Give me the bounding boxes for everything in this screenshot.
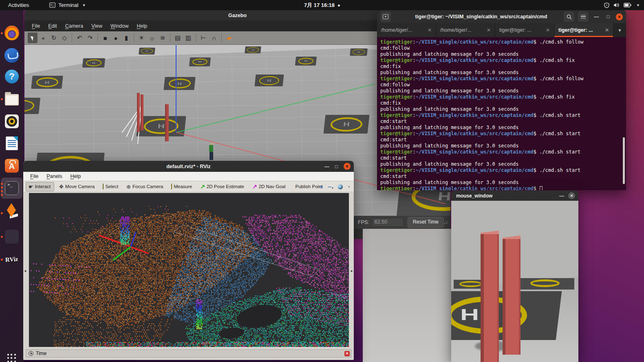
desktop: Gazebo FileEditCameraViewWindowHelp +↻◇↶… — [0, 0, 644, 362]
gazebo-menu-camera[interactable]: Camera — [62, 22, 86, 30]
terminal-prompt-line: tiger@tiger:~/VISIM_single/catkin_ws/src… — [380, 57, 626, 64]
maximize-icon[interactable]: □ — [335, 164, 338, 169]
minimize-icon[interactable]: — — [592, 14, 600, 20]
undo-icon[interactable]: ↶ — [75, 33, 84, 43]
network-icon: ? — [604, 2, 609, 8]
dock-item-firefox[interactable] — [4, 25, 20, 41]
rviz-tool-interact[interactable]: ☛Interact — [26, 182, 54, 191]
rviz-tool-2d-nav-goal[interactable]: ↗2D Nav Goal — [250, 182, 289, 191]
add-tool-plus-icon[interactable]: + — [319, 183, 323, 190]
resize-grip-icon[interactable] — [444, 220, 448, 224]
gazebo-menu-view[interactable]: View — [88, 22, 106, 30]
directional-light-icon[interactable]: ≋ — [158, 33, 168, 43]
dock-item-rhythmbox[interactable] — [4, 113, 20, 129]
point-light-icon[interactable]: ☀ — [137, 33, 146, 43]
terminal-tab-1[interactable]: /home/tiger/...✕ — [377, 23, 436, 37]
reset-time-button[interactable]: Reset Time — [408, 217, 444, 228]
close-icon[interactable]: ✕ — [568, 192, 575, 199]
rviz-tool-focus-camera[interactable]: ⊕Focus Camera — [124, 182, 166, 191]
helipad: H — [295, 57, 316, 66]
tab-close-icon[interactable]: ✕ — [428, 27, 432, 33]
helipad: H — [82, 58, 105, 68]
gazebo-menu-edit[interactable]: Edit — [45, 22, 60, 30]
rviz-menu-file[interactable]: File — [26, 173, 42, 180]
rviz-tool-measure[interactable]: Measure — [169, 183, 195, 190]
helipad: H — [254, 75, 284, 86]
rviz-3d-viewport[interactable] — [29, 193, 349, 347]
thunderbird-icon — [4, 48, 19, 63]
spot-light-icon[interactable]: ☼ — [147, 33, 157, 43]
rviz-titlebar[interactable]: default.rviz* - RViz — □ ✕ — [23, 161, 354, 172]
activities-button[interactable]: Activities — [5, 2, 32, 8]
view-angle-icon[interactable]: ▰ — [224, 33, 234, 43]
redo-icon[interactable]: ↷ — [85, 33, 95, 43]
rviz-menu-panels[interactable]: Panels — [43, 173, 66, 180]
tab-close-icon[interactable]: ✕ — [487, 27, 491, 33]
gazebo-menu-file[interactable]: File — [29, 22, 43, 30]
time-panel-header[interactable]: Time ✕ — [26, 349, 351, 358]
close-icon[interactable]: ✕ — [616, 13, 623, 20]
status-area[interactable]: ? ▼ — [604, 0, 640, 10]
gazebo-menu-window[interactable]: Window — [107, 22, 132, 30]
dock-item-gazebo[interactable] — [4, 205, 20, 221]
terminal-output[interactable]: tiger@tiger:~/VISIM_single/catkin_ws/src… — [377, 37, 626, 190]
translate-icon[interactable]: + — [38, 33, 48, 43]
nav-goal-arrow-magenta-icon: ↗ — [252, 183, 257, 190]
copy-icon[interactable]: ▤ — [173, 33, 183, 43]
tab-close-icon[interactable]: ✕ — [605, 27, 609, 33]
dock-item-libreoffice-writer[interactable] — [4, 135, 20, 151]
dock-item-thunderbird[interactable] — [4, 47, 20, 64]
dock-item-files[interactable] — [4, 91, 20, 107]
minimize-icon[interactable]: — — [559, 193, 564, 199]
cylinder-icon[interactable]: ▮ — [121, 33, 131, 43]
dock-item-help[interactable]: ? — [4, 68, 20, 85]
search-button[interactable] — [564, 11, 574, 22]
terminal-tab-2[interactable]: /home/tiger/...✕ — [436, 23, 495, 37]
terminal-window: + tiger@tiger: ~/VISIM_single/catkin_ws/… — [377, 10, 626, 190]
maximize-icon[interactable]: □ — [604, 14, 612, 20]
app-menu[interactable]: >_ Terminal ▼ — [49, 2, 86, 8]
person-model — [210, 152, 213, 160]
menu-button[interactable] — [578, 11, 589, 22]
new-tab-button[interactable]: + — [380, 11, 391, 22]
gazebo-menu-help[interactable]: Help — [134, 22, 151, 30]
caret-down-icon: ▼ — [636, 3, 640, 7]
show-applications-icon — [7, 354, 16, 362]
mouse-window-camera-view[interactable]: H — [451, 201, 578, 362]
snap-icon[interactable]: ∩ — [209, 33, 219, 43]
caret-down-icon[interactable]: ▾ — [348, 185, 350, 189]
paste-icon[interactable]: ▥ — [183, 33, 193, 43]
scale-icon[interactable]: ◇ — [60, 33, 69, 43]
tab-list-caret-icon[interactable]: ▼ — [613, 23, 626, 37]
rviz-menu-help[interactable]: Help — [66, 173, 84, 180]
panel-expand-right-icon[interactable]: ◂ — [350, 269, 352, 273]
dock-item-terminal[interactable]: >_ — [4, 180, 20, 196]
sphere-icon[interactable]: ● — [111, 33, 121, 43]
rviz-tool-2d-pose-estimate[interactable]: ↗2D Pose Estimate — [198, 182, 247, 191]
dock-item-rviz[interactable]: RViz — [4, 251, 20, 268]
camera-tool-icon[interactable] — [338, 184, 343, 189]
dock-item-show-applications[interactable] — [4, 350, 20, 362]
rviz-tool-select[interactable]: Select — [100, 183, 121, 190]
terminal-tab-3[interactable]: tiger@tiger: ...✕ — [495, 23, 554, 37]
remove-tool-minus-icon[interactable]: −▾ — [328, 183, 333, 190]
close-icon[interactable]: ✕ — [344, 163, 351, 170]
dock-item-unknown-app[interactable] — [4, 228, 20, 245]
box-icon[interactable]: ■ — [100, 33, 110, 43]
dock-item-ubuntu-software[interactable]: A — [4, 158, 20, 174]
minimize-icon[interactable]: — — [324, 164, 329, 169]
clock-label[interactable]: 7月 17 16:18 — [304, 2, 335, 8]
time-panel-label: Time — [36, 351, 46, 356]
time-panel-close-icon[interactable]: ✕ — [344, 351, 350, 356]
panel-expand-left-icon[interactable]: ▸ — [25, 269, 27, 273]
select-arrow-icon[interactable] — [28, 33, 37, 43]
rviz-tool-move-camera[interactable]: ✥Move Camera — [57, 182, 98, 191]
rotate-icon[interactable]: ↻ — [49, 33, 59, 43]
scrollbar-thumb[interactable] — [623, 137, 625, 184]
align-icon[interactable]: ⊢ — [198, 33, 208, 43]
mouse-window-titlebar[interactable]: mouse_window — ✕ — [451, 191, 578, 201]
terminal-tab-4[interactable]: tiger@tiger: ...✕ — [554, 23, 613, 37]
terminal-output-line: publishing and latching message for 3.0 … — [380, 70, 626, 76]
terminal-titlebar[interactable]: + tiger@tiger: ~/VISIM_single/catkin_ws/… — [377, 10, 626, 23]
tab-close-icon[interactable]: ✕ — [546, 27, 550, 33]
